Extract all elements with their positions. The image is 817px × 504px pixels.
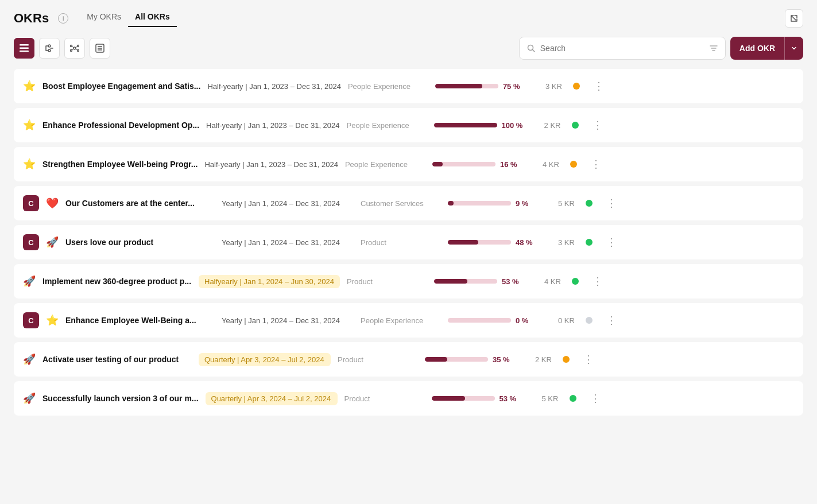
status-dot: [586, 239, 593, 246]
view-filter-button[interactable]: [90, 38, 110, 59]
okr-team: Product: [338, 355, 418, 364]
okr-title: Enhance Professional Development Op...: [42, 121, 199, 130]
okr-icon: 🚀: [23, 353, 36, 366]
status-dot: [563, 356, 570, 363]
okr-icon: 🚀: [46, 236, 59, 249]
info-icon[interactable]: i: [58, 13, 68, 24]
header: OKRs i My OKRs All OKRs: [0, 0, 817, 28]
tab-all-okrs[interactable]: All OKRs: [128, 10, 177, 27]
progress-bar-fill: [432, 396, 465, 401]
okr-icon: ⭐: [23, 158, 36, 170]
progress-bar: [425, 357, 488, 362]
okr-kr-count: 4 KR: [543, 160, 563, 169]
table-row: ⭐ Strengthen Employee Well-being Progr..…: [14, 147, 803, 181]
progress-percent: 53 %: [502, 277, 525, 286]
add-okr-label: Add OKR: [730, 44, 784, 53]
toolbar: Add OKR: [0, 28, 817, 69]
okr-period: Halfyearly | Jan 1, 2024 – Jun 30, 2024: [199, 275, 340, 288]
okr-kr-count: 2 KR: [535, 355, 556, 364]
progress-bar-fill: [448, 240, 478, 245]
table-row: ⭐ Boost Employee Engagement and Satis...…: [14, 69, 803, 103]
okr-kr-count: 2 KR: [544, 121, 565, 130]
okr-title: Our Customers are at the center...: [65, 199, 215, 208]
okr-title: Activate user testing of our product: [42, 355, 192, 364]
table-row: C 🚀 Users love our product Yearly | Jan …: [14, 225, 803, 259]
progress-bar-fill: [434, 123, 497, 127]
okr-title: Implement new 360-degree product p...: [42, 277, 192, 286]
tab-my-okrs[interactable]: My OKRs: [80, 10, 128, 27]
filter-icon[interactable]: [709, 44, 718, 53]
okr-team: Product: [344, 394, 425, 403]
view-list-button[interactable]: [14, 38, 34, 59]
okr-period: Half-yearly | Jan 1, 2023 – Dec 31, 2024: [206, 121, 339, 130]
table-row: 🚀 Successfully launch version 3 of our m…: [14, 381, 803, 416]
okr-period: Yearly | Jan 1, 2024 – Dec 31, 2024: [222, 316, 354, 325]
status-dot: [570, 161, 577, 168]
okr-title: Users love our product: [65, 238, 215, 247]
tabs: My OKRs All OKRs: [80, 10, 177, 27]
more-menu-icon[interactable]: ⋮: [581, 353, 596, 366]
external-link-icon[interactable]: [785, 9, 803, 28]
progress-bar: [432, 396, 495, 401]
progress-bar: [448, 240, 511, 245]
search-icon: [526, 44, 536, 53]
svg-line-10: [72, 46, 73, 48]
table-row: C ⭐ Enhance Employee Well-Being a... Yea…: [14, 303, 803, 338]
progress-container: 9 %: [448, 199, 551, 208]
progress-percent: 48 %: [516, 238, 539, 247]
okr-icon: 🚀: [23, 275, 36, 288]
okr-period: Quarterly | Apr 3, 2024 – Jul 2, 2024: [199, 353, 331, 366]
okr-title: Boost Employee Engagement and Satis...: [42, 82, 200, 91]
okr-icon: ❤️: [46, 197, 59, 210]
progress-bar: [434, 123, 497, 127]
progress-container: 53 %: [434, 277, 537, 286]
okr-icon: ⭐: [46, 314, 59, 327]
svg-point-3: [48, 45, 51, 47]
okr-kr-count: 3 KR: [558, 238, 579, 247]
page-title: OKRs: [14, 11, 49, 26]
progress-bar: [434, 279, 497, 284]
okr-period: Quarterly | Apr 3, 2024 – Jul 2, 2024: [206, 392, 338, 405]
progress-container: 35 %: [425, 355, 528, 364]
progress-percent: 16 %: [500, 160, 523, 169]
search-input[interactable]: [540, 44, 704, 53]
okr-list: ⭐ Boost Employee Engagement and Satis...…: [0, 69, 817, 420]
page: OKRs i My OKRs All OKRs: [0, 0, 817, 504]
progress-container: 0 %: [448, 316, 551, 325]
okr-title: Successfully launch version 3 of our m..…: [42, 394, 199, 403]
avatar: C: [23, 195, 39, 211]
more-menu-icon[interactable]: ⋮: [604, 197, 619, 210]
status-dot: [586, 200, 593, 207]
okr-period: Half-yearly | Jan 1, 2023 – Dec 31, 2024: [204, 160, 338, 169]
progress-bar-fill: [425, 357, 447, 362]
table-row: ⭐ Enhance Professional Development Op...…: [14, 108, 803, 142]
status-dot: [573, 83, 580, 90]
status-dot: [572, 122, 579, 129]
more-menu-icon[interactable]: ⋮: [604, 314, 619, 327]
add-okr-chevron-icon[interactable]: [784, 37, 803, 60]
table-row: C ❤️ Our Customers are at the center... …: [14, 186, 803, 220]
svg-point-4: [48, 49, 51, 52]
more-menu-icon[interactable]: ⋮: [588, 158, 603, 170]
more-menu-icon[interactable]: ⋮: [591, 80, 606, 92]
view-hierarchy-button[interactable]: [39, 38, 60, 59]
svg-line-19: [532, 50, 535, 52]
progress-percent: 100 %: [502, 121, 525, 130]
table-row: 🚀 Activate user testing of our product Q…: [14, 342, 803, 377]
okr-title: Strengthen Employee Well-being Progr...: [42, 160, 198, 169]
view-mindmap-button[interactable]: [64, 38, 85, 59]
progress-container: 48 %: [448, 238, 551, 247]
more-menu-icon[interactable]: ⋮: [604, 236, 619, 249]
status-dot: [572, 278, 579, 285]
add-okr-button[interactable]: Add OKR: [730, 37, 803, 60]
more-menu-icon[interactable]: ⋮: [590, 119, 605, 131]
progress-bar-fill: [435, 84, 483, 88]
avatar: C: [23, 312, 39, 328]
more-menu-icon[interactable]: ⋮: [590, 275, 605, 288]
progress-container: 100 %: [434, 121, 537, 130]
progress-bar: [448, 318, 511, 323]
progress-bar-fill: [448, 201, 454, 206]
more-menu-icon[interactable]: ⋮: [588, 392, 603, 405]
progress-percent: 9 %: [516, 199, 539, 208]
okr-kr-count: 4 KR: [544, 277, 565, 286]
